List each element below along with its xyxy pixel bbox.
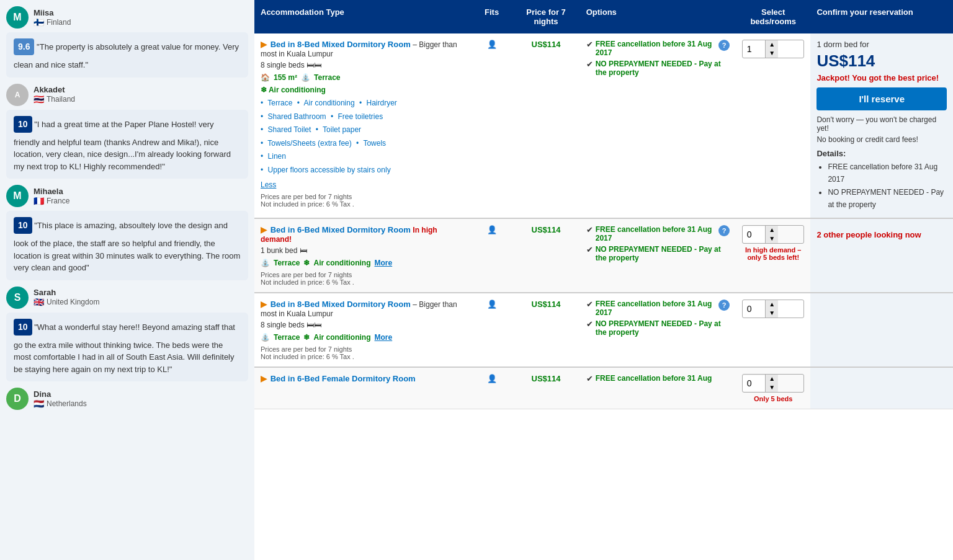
- jackpot-text: Jackpot! You got the best price!: [817, 73, 947, 82]
- aircon-icon-2: ❄: [303, 259, 310, 267]
- person-icon-1: 👤: [487, 40, 497, 49]
- terrace-icon-3: ⛲: [261, 333, 270, 342]
- expand-arrow-icon-2[interactable]: ▶: [261, 225, 267, 234]
- more-link-3[interactable]: More: [374, 333, 392, 342]
- room-title-4: ▶ Bed in 6-Bed Female Dormitory Room: [261, 374, 465, 383]
- expand-arrow-icon-1[interactable]: ▶: [261, 40, 267, 49]
- room-link-1[interactable]: Bed in 8-Bed Mixed Dormitory Room: [271, 40, 411, 49]
- reviewer-name-miisa: Miisa: [34, 8, 71, 17]
- qty-up-1[interactable]: ▲: [766, 40, 778, 49]
- room-link-3[interactable]: Bed in 8-Bed Mixed Dormitory Room: [271, 300, 411, 309]
- header-select: Select beds/rooms: [736, 0, 810, 33]
- fits-cell-1: 👤: [472, 33, 512, 218]
- qty-input-3[interactable]: [743, 301, 765, 316]
- reviewer-country-sarah: 🇬🇧 United Kingdom: [34, 297, 99, 307]
- review-text-mihaela: "This place is amazing, absoultely love …: [14, 221, 240, 272]
- qty-down-2[interactable]: ▼: [766, 234, 778, 243]
- review-text-sarah: "What a wonderful stay here!! Beyond ama…: [14, 322, 235, 374]
- qty-down-4[interactable]: ▼: [766, 383, 778, 392]
- aircon-icon: ❄: [261, 86, 267, 94]
- expand-arrow-icon-3[interactable]: ▶: [261, 300, 267, 309]
- check-icon-3-1: ✔: [586, 300, 593, 309]
- avatar-miisa: M: [6, 6, 29, 29]
- less-link-1[interactable]: Less: [261, 180, 465, 189]
- terrace-label-1: Terrace: [314, 73, 340, 82]
- details-section: Details: FREE cancellation before 31 Aug…: [817, 149, 947, 211]
- select-cell-3: ▲ ▼: [736, 293, 810, 367]
- review-card-miisa: 9.6 "The property is absolutely a great …: [6, 32, 248, 78]
- tax-note-3: Not included in price: 6 % Tax .: [261, 353, 465, 360]
- qty-arrows-2: ▲ ▼: [765, 226, 778, 243]
- amenities-list-1: • Terrace • Air conditioning • Hairdryer…: [261, 97, 465, 177]
- qty-area-1[interactable]: ▲ ▼: [742, 40, 804, 58]
- qty-up-3[interactable]: ▲: [766, 300, 778, 309]
- review-text-akkadet: "I had a great time at the Paper Plane H…: [14, 120, 231, 171]
- no-charge-text: Don't worry — you won't be charged yet!: [817, 115, 947, 133]
- tax-note-1: Not included in price: 6 % Tax .: [261, 200, 465, 208]
- avatar-dina: D: [6, 388, 29, 410]
- person-icon-4: 👤: [487, 374, 497, 383]
- price-cell-1: US$114: [512, 33, 579, 218]
- reviewer-name-dina: Dina: [34, 389, 87, 399]
- qty-down-1[interactable]: ▼: [766, 49, 778, 58]
- help-icon-1-1[interactable]: ?: [718, 40, 730, 51]
- terrace-icon: ⛲: [301, 73, 310, 82]
- qty-arrows-1: ▲ ▼: [765, 40, 778, 58]
- fits-cell-4: 👤: [472, 367, 512, 409]
- qty-input-2[interactable]: [743, 227, 765, 242]
- main-content: Accommodation Type Fits Price for 7 nigh…: [254, 0, 953, 560]
- option-3-1: ✔ FREE cancellation before 31 Aug 2017 ?: [586, 300, 730, 317]
- room-title-2: ▶ Bed in 6-Bed Mixed Dormitory Room In h…: [261, 225, 465, 244]
- help-icon-3-1[interactable]: ?: [718, 300, 730, 311]
- reviewer-name-mihaela: Mihaela: [34, 187, 69, 196]
- reviewer-name-akkadet: Akkadet: [34, 85, 75, 94]
- check-icon-1-2: ✔: [586, 60, 593, 69]
- room-beds-2: 1 bunk bed 🛏: [261, 246, 465, 255]
- room-meta-1: 🏠 155 m² ⛲ Terrace: [261, 73, 465, 82]
- expand-arrow-icon-4[interactable]: ▶: [261, 374, 267, 383]
- qty-up-4[interactable]: ▲: [766, 375, 778, 383]
- score-badge-mihaela: 10: [14, 217, 32, 234]
- qty-down-3[interactable]: ▼: [766, 309, 778, 318]
- confirm-dorm-text: 1 dorm bed for: [817, 40, 947, 49]
- reviewer-name-sarah: Sarah: [34, 288, 99, 297]
- avatar-sarah: S: [6, 287, 29, 309]
- demand-note-4: Only 5 beds: [742, 395, 804, 402]
- aircon-icon-3: ❄: [303, 333, 310, 342]
- score-badge-miisa: 9.6: [14, 38, 34, 55]
- select-cell-4: ▲ ▼ Only 5 beds: [736, 367, 810, 409]
- table-row: ▶ Bed in 8-Bed Mixed Dormitory Room – Bi…: [254, 33, 953, 218]
- room-link-2[interactable]: Bed in 6-Bed Mixed Dormitory Room: [271, 225, 411, 234]
- qty-up-2[interactable]: ▲: [766, 226, 778, 234]
- check-icon-2-2: ✔: [586, 245, 593, 254]
- room-link-4[interactable]: Bed in 6-Bed Female Dormitory Room: [271, 374, 416, 383]
- qty-area-3[interactable]: ▲ ▼: [742, 300, 804, 318]
- qty-input-4[interactable]: [743, 376, 765, 391]
- option-2-1: ✔ FREE cancellation before 31 Aug 2017 ?: [586, 225, 730, 242]
- header-fits: Fits: [472, 0, 512, 33]
- room-meta-2: ⛲ Terrace ❄ Air conditioning More: [261, 259, 465, 267]
- price-note-2: Prices are per bed for 7 nights: [261, 271, 465, 278]
- confirm-cell-1: 1 dorm bed for US$114 Jackpot! You got t…: [810, 33, 953, 218]
- reviewer-country-mihaela: 🇫🇷 France: [34, 196, 69, 206]
- review-text-miisa: "The property is absolutely a great valu…: [14, 42, 239, 69]
- help-icon-2-1[interactable]: ?: [718, 225, 730, 236]
- option-1-2: ✔ NO PREPAYMENT NEEDED - Pay at the prop…: [586, 60, 730, 77]
- options-cell-1: ✔ FREE cancellation before 31 Aug 2017 ?…: [580, 33, 736, 218]
- qty-area-2[interactable]: ▲ ▼: [742, 225, 804, 244]
- demand-note-2: In high demand – only 5 beds left!: [742, 246, 804, 261]
- reviewer-block-5: D Dina 🇳🇱 Netherlands: [6, 388, 248, 410]
- confirm-cell-3: [810, 293, 953, 367]
- option-2-2: ✔ NO PREPAYMENT NEEDED - Pay at the prop…: [586, 245, 730, 262]
- qty-area-4[interactable]: ▲ ▼: [742, 374, 804, 393]
- options-cell-4: ✔ FREE cancellation before 31 Aug: [580, 367, 736, 409]
- flag-mihaela: 🇫🇷: [34, 196, 44, 206]
- reviewer-country-miisa: 🇫🇮 Finland: [34, 17, 71, 27]
- room-beds-3: 8 single beds 🛏🛏: [261, 321, 465, 329]
- flag-sarah: 🇬🇧: [34, 297, 44, 307]
- more-link-2[interactable]: More: [374, 259, 392, 267]
- room-title-3: ▶ Bed in 8-Bed Mixed Dormitory Room – Bi…: [261, 300, 465, 318]
- score-badge-sarah: 10: [14, 319, 32, 336]
- reserve-button[interactable]: I'll reserve: [817, 87, 947, 110]
- qty-input-1[interactable]: [743, 42, 765, 56]
